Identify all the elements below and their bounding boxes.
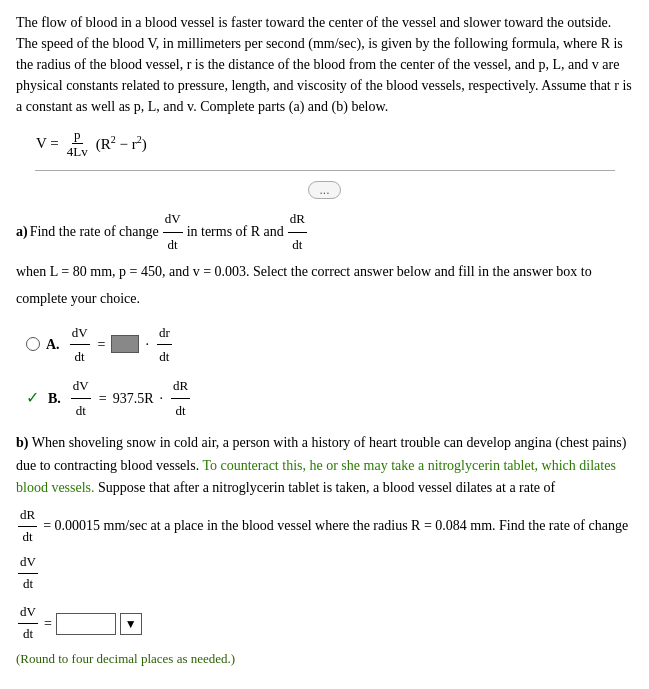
formula-numerator: p: [72, 127, 83, 144]
choice-b-row: ✓ B. dV dt = 937.5R · dR dt: [26, 374, 633, 422]
answer-dv-dt-frac: dV dt: [18, 602, 38, 645]
choice-b-equals: =: [99, 386, 107, 411]
expand-button[interactable]: ...: [308, 181, 340, 199]
dv-numerator: dV: [163, 207, 183, 233]
part-a-text2: in terms of R and: [187, 219, 284, 246]
answer-equals: =: [44, 613, 52, 635]
dr-dt-eq-text: = 0.00015 mm/sec at a place in the blood…: [43, 515, 628, 537]
choice-a-radio[interactable]: [26, 337, 40, 351]
formula-rhs: (R2 − r2): [96, 134, 147, 153]
answer-choices: A. dV dt = · dr dt ✓ B. dV dt = 937.5R ·: [26, 321, 633, 423]
choice-a-dot: ·: [145, 332, 149, 357]
dr-dt-frac: dR dt: [18, 505, 37, 548]
intro-paragraph: The flow of blood in a blood vessel is f…: [16, 12, 633, 117]
formula-lhs: V =: [36, 135, 59, 152]
choice-b-value: 937.5R: [113, 386, 154, 411]
dv-denominator: dt: [166, 233, 180, 258]
divider-line: [35, 170, 615, 171]
divider-row: [16, 170, 633, 171]
dv-dt-frac-b: dV dt: [18, 552, 38, 595]
part-a-text1: Find the rate of change: [30, 219, 159, 246]
choice-b-label: B.: [48, 386, 61, 411]
answer-input-field[interactable]: [56, 613, 116, 635]
part-a-header: a) Find the rate of change dV dt in term…: [16, 207, 633, 313]
choice-a-row: A. dV dt = · dr dt: [26, 321, 633, 369]
choice-b-dot: ·: [159, 386, 163, 411]
part-a-section: a) Find the rate of change dV dt in term…: [16, 207, 633, 422]
answer-input-row: dV dt = ▼: [16, 602, 633, 645]
dr-dt-block: dR dt = 0.00015 mm/sec at a place in the…: [16, 505, 633, 548]
choice-a-input-box[interactable]: [111, 335, 139, 353]
dr-denominator: dt: [290, 233, 304, 258]
dr-numerator: dR: [288, 207, 307, 233]
part-b-label: b): [16, 435, 28, 450]
choice-b-checkmark: ✓: [26, 390, 42, 406]
choice-a-label: A.: [46, 332, 60, 357]
choice-b-dv-dt: dV dt: [71, 374, 91, 422]
part-b-section: b) When shoveling snow in cold air, a pe…: [16, 432, 633, 670]
part-a-text3: when L = 80 mm, p = 450, and v = 0.003. …: [16, 259, 633, 312]
choice-a-dv-dt: dV dt: [70, 321, 90, 369]
formula-section: V = p 4Lv (R2 − r2): [36, 127, 633, 160]
part-b-paragraph: b) When shoveling snow in cold air, a pe…: [16, 432, 633, 499]
choice-a-dr-dt: dr dt: [157, 321, 172, 369]
part-a-label: a): [16, 219, 28, 246]
formula-fraction: p 4Lv: [65, 127, 90, 160]
dv-dt-label-block: dV dt: [16, 552, 633, 595]
part-a-dv-dt: dV dt: [163, 207, 183, 257]
round-note: (Round to four decimal places as needed.…: [16, 649, 633, 670]
dropdown-button[interactable]: ▼: [120, 613, 142, 635]
part-a-dr-dt: dR dt: [288, 207, 307, 257]
choice-a-equals: =: [98, 332, 106, 357]
part-b-text2: Suppose that after a nitroglycerin table…: [98, 480, 555, 495]
formula-denominator: 4Lv: [65, 144, 90, 160]
choice-b-dr-dt: dR dt: [171, 374, 190, 422]
